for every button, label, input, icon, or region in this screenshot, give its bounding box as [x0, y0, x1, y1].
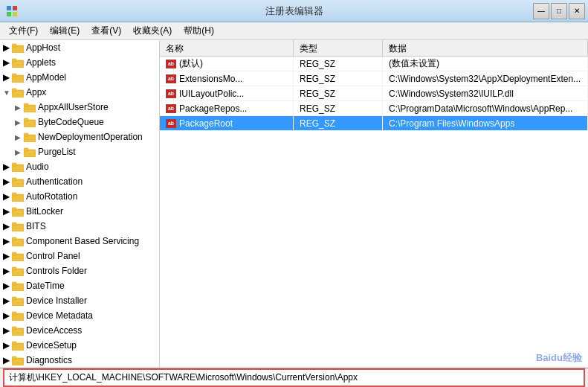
tree-item[interactable]: ▶ AutoRotation — [0, 189, 159, 204]
col-type: 类型 — [294, 40, 383, 57]
tree-item[interactable]: ▶ DeviceAccess — [0, 323, 159, 338]
tree-item[interactable]: ▼ Appx — [0, 85, 159, 100]
tree-item[interactable]: ▶ AppxAllUserStore — [0, 100, 159, 115]
cell-name: abExtensionsMo... — [160, 71, 294, 86]
svg-rect-1 — [13, 6, 17, 10]
tree-item[interactable]: ▶ AppModel — [0, 70, 159, 85]
tree-item[interactable]: ▶ Diagnostics — [0, 353, 159, 368]
menu-file[interactable]: 文件(F) — [3, 23, 44, 39]
svg-rect-37 — [12, 282, 16, 285]
expand-icon: ▼ — [3, 89, 10, 97]
tree-item-label: DeviceSetup — [26, 340, 77, 351]
table-row[interactable]: abIUILayoutPolic... REG_SZ C:\Windows\Sy… — [160, 86, 588, 101]
menu-help[interactable]: 帮助(H) — [178, 23, 220, 39]
expand-icon: ▶ — [3, 236, 10, 246]
tree-item-label: DeviceAccess — [26, 325, 82, 336]
tree-item[interactable]: ▶ Control Panel — [0, 249, 159, 263]
tree-item-label: AppModel — [26, 72, 66, 83]
tree-item[interactable]: ▶ PurgeList — [0, 144, 159, 159]
menu-bar: 文件(F) 编辑(E) 查看(V) 收藏夹(A) 帮助(H) — [0, 22, 588, 40]
left-panel[interactable]: ▶ AppHost▶ Applets▶ AppModel▼ Appx▶ Appx… — [0, 40, 160, 368]
expand-icon: ▶ — [3, 266, 10, 276]
expand-icon: ▶ — [15, 103, 22, 112]
tree-item[interactable]: ▶ BitLocker — [0, 204, 159, 219]
tree-item-label: Audio — [26, 161, 49, 172]
svg-rect-15 — [24, 118, 28, 121]
cell-name: abPackageRepos... — [160, 101, 294, 115]
cell-data: C:\Windows\System32\IUILP.dll — [383, 86, 588, 100]
table-row[interactable]: abPackageRoot REG_SZ C:\Program Files\Wi… — [160, 116, 588, 131]
tree-item[interactable]: ▶ Device Installer — [0, 293, 159, 308]
menu-favorites[interactable]: 收藏夹(A) — [127, 23, 178, 39]
table-row[interactable]: ab(默认) REG_SZ (数值未设置) — [160, 57, 588, 71]
svg-rect-25 — [12, 193, 16, 196]
tree-item-label: PurgeList — [38, 147, 76, 157]
reg-value-icon: ab — [166, 89, 176, 98]
tree-item[interactable]: ▶ DateTime — [0, 278, 159, 293]
expand-icon: ▶ — [3, 325, 10, 336]
maximize-button[interactable]: □ — [551, 3, 567, 19]
tree-item[interactable]: ▶ Component Based Servicing — [0, 234, 159, 249]
title-bar: 注册表编辑器 — □ ✕ — [0, 0, 588, 22]
svg-rect-9 — [12, 74, 16, 77]
col-data: 数据 — [383, 40, 588, 57]
svg-rect-39 — [12, 297, 16, 300]
tree-item[interactable]: ▶ ByteCodeQueue — [0, 115, 159, 129]
svg-rect-43 — [12, 327, 16, 330]
svg-rect-35 — [12, 267, 16, 270]
tree-item-label: Diagnostics — [26, 355, 72, 365]
tree-item[interactable]: ▶ Authentication — [0, 174, 159, 189]
expand-icon: ▶ — [3, 310, 10, 321]
svg-rect-13 — [24, 103, 28, 106]
svg-rect-23 — [12, 178, 16, 181]
expand-icon: ▶ — [3, 191, 10, 202]
tree-item[interactable]: ▶ Audio — [0, 159, 159, 174]
expand-icon: ▶ — [3, 72, 10, 83]
col-name: 名称 — [160, 40, 294, 57]
svg-rect-5 — [12, 44, 16, 47]
expand-icon: ▶ — [15, 133, 22, 141]
table-body: ab(默认) REG_SZ (数值未设置) abExtensionsMo... … — [160, 57, 588, 131]
title-controls: — □ ✕ — [533, 3, 585, 19]
menu-edit[interactable]: 编辑(E) — [44, 23, 85, 39]
expand-icon: ▶ — [3, 251, 10, 261]
tree-item-label: NewDeploymentOperation — [38, 132, 143, 142]
svg-rect-19 — [24, 148, 28, 151]
minimize-button[interactable]: — — [533, 3, 549, 19]
svg-rect-3 — [13, 12, 17, 16]
expand-icon: ▶ — [3, 340, 10, 351]
cell-name: abIUILayoutPolic... — [160, 86, 294, 100]
tree-item[interactable]: ▶ NewDeploymentOperation — [0, 129, 159, 144]
tree-item-label: Control Panel — [26, 251, 80, 261]
svg-rect-21 — [12, 163, 16, 166]
cell-name: ab(默认) — [160, 57, 294, 71]
expand-icon: ▶ — [3, 221, 10, 231]
app-icon — [6, 5, 18, 17]
tree-item-label: AppxAllUserStore — [38, 102, 109, 112]
tree-item[interactable]: ▶ BITS — [0, 219, 159, 234]
tree-item-label: Authentication — [26, 176, 83, 187]
close-button[interactable]: ✕ — [569, 3, 585, 19]
tree-item[interactable]: ▶ AppHost — [0, 40, 159, 55]
cell-type: REG_SZ — [294, 116, 383, 130]
svg-rect-31 — [12, 237, 16, 240]
tree-item[interactable]: ▶ Device Metadata — [0, 308, 159, 323]
tree-item[interactable]: ▶ DeviceSetup — [0, 338, 159, 353]
svg-rect-41 — [12, 312, 16, 315]
window-title: 注册表编辑器 — [265, 4, 323, 18]
tree-item[interactable]: ▶ Controls Folder — [0, 263, 159, 278]
status-path: 计算机\HKEY_LOCAL_MACHINE\SOFTWARE\Microsof… — [3, 368, 585, 387]
svg-rect-29 — [12, 223, 16, 226]
table-row[interactable]: abPackageRepos... REG_SZ C:\ProgramData\… — [160, 101, 588, 116]
expand-icon: ▶ — [3, 176, 10, 187]
expand-icon: ▶ — [3, 161, 10, 172]
cell-type: REG_SZ — [294, 71, 383, 86]
tree-item-label: Device Metadata — [26, 310, 93, 321]
table-row[interactable]: abExtensionsMo... REG_SZ C:\Windows\Syst… — [160, 71, 588, 86]
menu-view[interactable]: 查看(V) — [85, 23, 127, 39]
cell-data: C:\Windows\System32\AppXDeploymentExten.… — [383, 71, 588, 86]
right-panel: 名称 类型 数据 ab(默认) REG_SZ (数值未设置) abExtensi… — [160, 40, 588, 368]
tree-item[interactable]: ▶ Applets — [0, 55, 159, 70]
svg-rect-7 — [12, 59, 16, 62]
expand-icon: ▶ — [15, 148, 22, 156]
